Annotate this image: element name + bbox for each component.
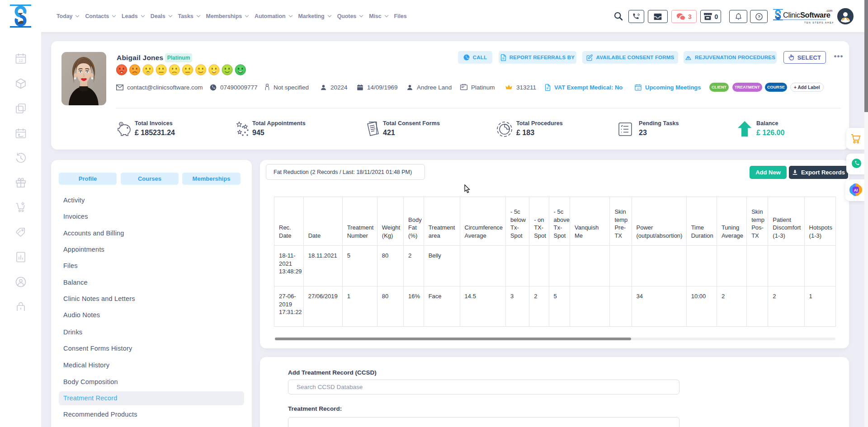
svg-text:AI: AI <box>854 188 858 192</box>
svg-text:ClinicSoftware: ClinicSoftware <box>783 11 830 19</box>
svg-text:12: 12 <box>19 58 23 63</box>
svg-text:12: 12 <box>637 87 639 89</box>
svg-text:TEN STEPS AHEAD: TEN STEPS AHEAD <box>804 21 833 24</box>
svg-text:?: ? <box>758 14 760 19</box>
svg-text:.com: .com <box>826 9 832 12</box>
